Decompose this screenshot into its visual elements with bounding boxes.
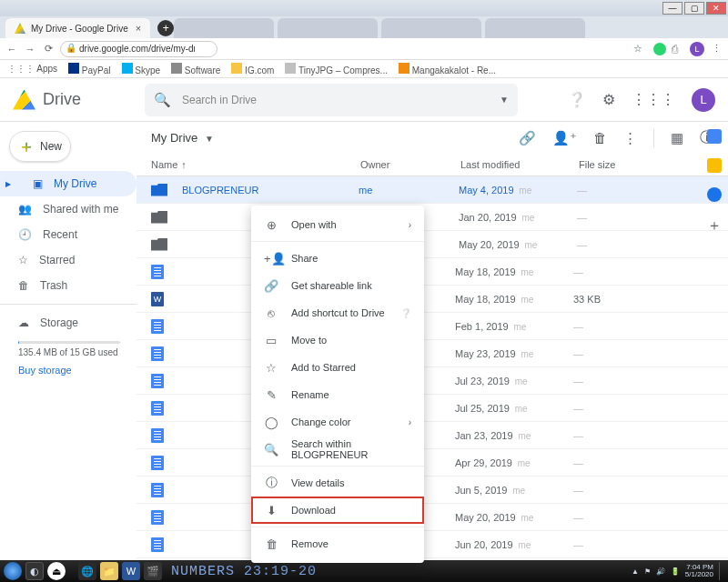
keep-addon-icon[interactable] (707, 158, 722, 173)
file-row[interactable]: meJun 20, 2019 me— (136, 531, 728, 558)
ctx-get-shareable-link[interactable]: 🔗Get shareable link (251, 272, 424, 299)
search-options-icon[interactable]: ▼ (500, 95, 509, 105)
ctx-add-to-starred[interactable]: ☆Add to Starred (251, 354, 424, 381)
apps-shortcut[interactable]: ⋮⋮⋮ Apps (7, 64, 57, 74)
ctx-search-within-blogpreneur[interactable]: 🔍Search within BLOGPRENEUR (251, 436, 424, 463)
tab-title: My Drive - Google Drive (31, 24, 128, 34)
window-minimize-button[interactable]: — (662, 2, 682, 15)
bookmark-item[interactable]: TinyJPG – Compres... (285, 63, 388, 75)
browser-menu-button[interactable]: ⋮ (710, 43, 723, 55)
new-button[interactable]: ＋ New (9, 131, 71, 162)
support-icon[interactable]: ❔ (568, 91, 586, 108)
ctx-rename[interactable]: ✎Rename (251, 381, 424, 408)
nav-forward-button[interactable]: → (24, 44, 36, 55)
search-input[interactable]: 🔍 Search in Drive ▼ (145, 84, 518, 116)
file-row[interactable]: WMay 18, 2019 me33 KB (136, 286, 728, 313)
ext-icon[interactable] (653, 43, 666, 55)
col-size[interactable]: File size (579, 159, 713, 170)
file-row[interactable]: Jan 23, 2019 me— (136, 422, 728, 449)
col-modified[interactable]: Last modified (460, 159, 579, 170)
nav-back-button[interactable]: ← (5, 44, 18, 55)
more-icon[interactable]: ⋮ (623, 130, 637, 146)
new-tab-button[interactable]: + (157, 20, 174, 36)
grid-view-icon[interactable]: ▦ (671, 130, 683, 146)
remove-icon[interactable]: 🗑 (593, 130, 607, 146)
buy-storage-link[interactable]: Buy storage (0, 365, 136, 376)
bookmark-item[interactable]: IG.com (231, 63, 274, 75)
ctx-share[interactable]: +👤Share (251, 245, 424, 272)
ctx-icon: 🔗 (264, 279, 278, 293)
browser-tab-inactive[interactable] (278, 18, 378, 38)
file-row[interactable]: May 18, 2019 me— (136, 258, 728, 286)
bookmark-item[interactable]: Software (171, 63, 220, 75)
browser-tab-inactive[interactable] (381, 18, 481, 38)
addons-plus-icon[interactable]: ＋ (707, 216, 722, 236)
ctx-remove[interactable]: 🗑Remove (251, 530, 424, 557)
file-row[interactable]: meMay 20, 2019 me— (136, 504, 728, 531)
bookmark-star-icon[interactable]: ☆ (633, 43, 642, 55)
file-row[interactable]: May 23, 2019 me— (136, 340, 728, 367)
window-close-button[interactable]: ✕ (706, 2, 726, 15)
taskbar-app[interactable]: ⏏ (47, 562, 66, 580)
account-avatar[interactable]: L (692, 88, 715, 112)
ctx-change-color[interactable]: ◯Change color› (251, 408, 424, 436)
sidebar-item-recent[interactable]: 🕘Recent (0, 222, 136, 247)
start-button[interactable] (4, 562, 22, 580)
col-name[interactable]: Name (151, 159, 177, 170)
doc-icon (151, 319, 164, 334)
taskbar-app-word[interactable]: W (122, 562, 140, 580)
settings-gear-icon[interactable]: ⚙ (602, 91, 615, 108)
bookmark-item[interactable]: PayPal (68, 63, 110, 75)
tray-icon[interactable]: ▲ (632, 567, 639, 576)
file-row[interactable]: meJun 5, 2019 me— (136, 477, 728, 504)
sidebar-item-starred[interactable]: ☆Starred (0, 247, 136, 273)
bookmark-item[interactable]: Skype (122, 63, 161, 75)
ctx-move-to[interactable]: ▭Move to (251, 326, 424, 354)
taskbar-app-chrome2[interactable]: 🌐 (78, 562, 96, 580)
trash-icon: 🗑 (18, 279, 29, 292)
add-person-icon[interactable]: 👤⁺ (552, 130, 577, 146)
ctx-view-details[interactable]: ⓘView details (251, 469, 424, 497)
taskbar-app[interactable]: 🎬 (144, 562, 162, 580)
tasks-addon-icon[interactable] (707, 187, 722, 202)
nav-reload-button[interactable]: ⟳ (42, 43, 55, 55)
file-row[interactable]: Jul 23, 2019 me— (136, 367, 728, 395)
file-row[interactable]: Feb 1, 2019 me— (136, 313, 728, 340)
ext-icon[interactable]: ⎙ (672, 43, 684, 55)
taskbar-app-explorer[interactable]: 📁 (100, 562, 118, 580)
browser-profile-avatar[interactable]: L (690, 42, 704, 56)
browser-tab-active[interactable]: My Drive - Google Drive × (5, 18, 150, 38)
ctx-open-with[interactable]: ⊕Open with› (251, 211, 424, 238)
file-row[interactable]: Jul 25, 2019 me— (136, 395, 728, 422)
taskbar-app-chrome[interactable]: ◐ (25, 562, 44, 580)
tray-icon[interactable]: ⚑ (644, 567, 651, 576)
file-size: — (573, 376, 713, 386)
window-maximize-button[interactable]: ▢ (684, 2, 704, 15)
tray-icon[interactable]: 🔊 (656, 567, 665, 576)
sidebar-item-shared[interactable]: 👥Shared with me (0, 196, 136, 222)
drive-logo[interactable]: Drive (13, 90, 81, 110)
browser-tab-inactive[interactable] (485, 18, 585, 38)
calendar-addon-icon[interactable] (707, 129, 722, 144)
file-row[interactable]: May 20, 2019 me— (136, 231, 728, 258)
file-row[interactable]: Jan 20, 2019 me— (136, 204, 728, 231)
file-row[interactable]: BLOGPRENEURmeMay 4, 2019 me— (136, 176, 728, 204)
file-row[interactable]: meApr 29, 2019 me— (136, 449, 728, 477)
ctx-download[interactable]: ⬇Download (251, 497, 424, 524)
link-icon[interactable]: 🔗 (519, 130, 536, 146)
bookmark-item[interactable]: Mangakakalot - Re... (399, 63, 496, 75)
sidebar-item-mydrive[interactable]: ▶ ▣ My Drive (0, 171, 136, 196)
address-bar[interactable] (60, 41, 217, 57)
col-owner[interactable]: Owner (360, 159, 460, 170)
show-desktop-button[interactable] (719, 562, 724, 580)
breadcrumb[interactable]: My Drive ▼ (151, 131, 214, 145)
lock-icon: 🔒 (66, 43, 76, 53)
sidebar-item-storage[interactable]: ☁Storage (0, 310, 136, 336)
ctx-add-shortcut-to-drive[interactable]: ⎋Add shortcut to Drive❔ (251, 299, 424, 326)
apps-grid-icon[interactable]: ⋮⋮⋮ (632, 91, 675, 108)
tray-icon[interactable]: 🔋 (671, 567, 680, 576)
browser-tab-inactive[interactable] (174, 18, 274, 38)
doc-icon (151, 428, 164, 443)
sidebar-item-trash[interactable]: 🗑Trash (0, 273, 136, 298)
tab-close-icon[interactable]: × (136, 23, 141, 34)
